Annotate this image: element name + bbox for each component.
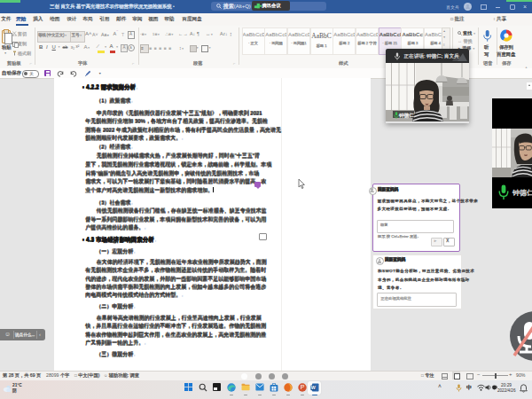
svg-text:P: P xyxy=(301,384,305,390)
svg-text:W: W xyxy=(311,385,317,390)
